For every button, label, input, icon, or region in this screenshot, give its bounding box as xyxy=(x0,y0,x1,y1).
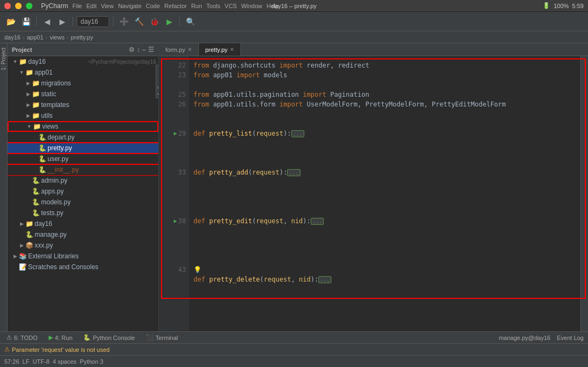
project-label[interactable]: day16 xyxy=(77,16,109,27)
ln-blank1 xyxy=(159,80,189,90)
toolbar-sep-2 xyxy=(72,17,73,26)
project-tab-label[interactable]: 1: Project xyxy=(1,48,6,70)
tree-item-depart[interactable]: 🐍 depart.py xyxy=(8,132,158,143)
bc-views[interactable]: views xyxy=(50,34,65,41)
sidebar-icon-sort[interactable]: ↕ xyxy=(137,46,140,54)
bc-app01[interactable]: app01 xyxy=(27,34,44,41)
icon-day16: 📁 xyxy=(18,58,27,65)
menubar-tools[interactable]: Tools xyxy=(206,3,220,9)
menubar-code[interactable]: Code xyxy=(146,3,160,9)
toolbar-add-btn[interactable]: ➕ xyxy=(117,15,130,28)
sidebar: Project ⚙ ↕ – ☰ ▼ 📁 day16 ~/PycharmProje… xyxy=(8,43,159,331)
arrow-app01: ▼ xyxy=(18,70,25,75)
label-manage: manage.py xyxy=(35,231,158,238)
code-line-blank4 xyxy=(193,138,576,148)
lang-info: Python 3 xyxy=(80,358,103,365)
tree-item-init[interactable]: 🐍 __init__.py xyxy=(8,164,158,175)
label-migrations: migrations xyxy=(41,79,158,87)
code-content[interactable]: from django.shortcuts import render, red… xyxy=(189,56,580,331)
cursor-position: 57:26 xyxy=(4,358,19,365)
run-gutter-icon-38[interactable]: ▶ xyxy=(174,216,177,226)
menubar-view[interactable]: View xyxy=(101,3,114,9)
tree-item-day16[interactable]: ▼ 📁 day16 ~/PycharmProjects/gx/day16 xyxy=(8,56,158,67)
toolbar-open-btn[interactable]: 📂 xyxy=(4,15,17,28)
toolbar-run-btn[interactable]: ▶ xyxy=(163,15,176,28)
menubar-window[interactable]: Window xyxy=(241,3,262,9)
label-app01: app01 xyxy=(35,69,158,76)
ln-blank12 xyxy=(159,236,189,245)
bc-day16[interactable]: day16 xyxy=(4,34,21,41)
toolbar-forward-btn[interactable]: ▶ xyxy=(56,15,69,28)
tab-pretty-close[interactable]: ✕ xyxy=(230,46,234,52)
toolbar-debug-btn[interactable]: 🐞 xyxy=(148,15,161,28)
toolbar-back-btn[interactable]: ◀ xyxy=(41,15,54,28)
menubar-file[interactable]: File xyxy=(72,3,82,9)
menubar-edit[interactable]: Edit xyxy=(86,3,97,9)
bottom-tab-run[interactable]: ▶ 4: Run xyxy=(46,333,75,342)
icon-pretty: 🐍 xyxy=(38,144,46,152)
toolbar-save-btn[interactable]: 💾 xyxy=(19,15,32,28)
icon-models: 🐍 xyxy=(31,198,40,206)
bottom-tab-terminal[interactable]: ⬛ Terminal xyxy=(144,333,181,342)
ln-23: 23 xyxy=(159,70,189,80)
tree-item-admin[interactable]: 🐍 admin.py xyxy=(8,175,158,186)
code-line-blank1 xyxy=(193,80,576,90)
toolbar-search-btn[interactable]: 🔍 xyxy=(184,15,197,28)
menubar-navigate[interactable]: Navigate xyxy=(118,3,141,9)
code-line-23: from app01 import models xyxy=(193,70,576,80)
line-numbers: 22 23 25 26 ▶ 29 33 xyxy=(159,56,189,284)
traffic-light-red[interactable] xyxy=(4,3,11,9)
tree-item-user[interactable]: 🐍 user.py xyxy=(8,154,158,164)
tab-form-close[interactable]: ✕ xyxy=(188,46,192,52)
sidebar-icon-settings[interactable]: ⚙ xyxy=(129,46,135,54)
traffic-light-green[interactable] xyxy=(26,3,32,9)
sidebar-icon-menu[interactable]: ☰ xyxy=(148,46,154,54)
tree-item-migrations[interactable]: ▶ 📁 migrations xyxy=(8,78,158,89)
tree-item-pretty[interactable]: 🐍 pretty.py xyxy=(8,143,158,154)
tree-item-models[interactable]: 🐍 models.py xyxy=(8,197,158,208)
label-views: views xyxy=(42,123,157,130)
tree-item-static[interactable]: ▶ 📁 static xyxy=(8,89,158,99)
code-line-blank8 xyxy=(193,187,576,197)
tree-item-manage[interactable]: 🐍 manage.py xyxy=(8,229,158,240)
sidebar-header: Project ⚙ ↕ – ☰ xyxy=(8,43,158,56)
bottom-event-log[interactable]: Event Log xyxy=(557,335,584,341)
file-tree: ▼ 📁 day16 ~/PycharmProjects/gx/day16 ▼ 📁… xyxy=(8,56,158,272)
bc-pretty[interactable]: pretty.py xyxy=(71,34,93,41)
label-templates: templates xyxy=(41,101,158,109)
scrollbar-minimap[interactable] xyxy=(580,56,588,331)
tree-item-utils[interactable]: ▶ 📁 utils xyxy=(8,110,158,121)
run-gutter-icon-29[interactable]: ▶ xyxy=(174,129,177,138)
ln-26: 26 xyxy=(159,99,189,109)
label-pretty: pretty.py xyxy=(48,144,158,152)
tree-item-templates[interactable]: ▶ 📁 templates xyxy=(8,99,158,110)
traffic-light-yellow[interactable] xyxy=(15,3,22,9)
menubar-vcs[interactable]: VCS xyxy=(225,3,237,9)
tab-form[interactable]: form.py ✕ xyxy=(159,43,199,56)
tree-item-scratches[interactable]: 📝 Scratches and Consoles xyxy=(8,262,158,272)
menubar-run[interactable]: Run xyxy=(191,3,202,9)
ln-blank13 xyxy=(159,245,189,255)
tab-pretty[interactable]: pretty.py ✕ xyxy=(199,43,241,56)
tree-item-apps[interactable]: 🐍 apps.py xyxy=(8,186,158,197)
tree-item-ext-libs[interactable]: ▶ 📚 External Libraries xyxy=(8,251,158,262)
tree-item-app01[interactable]: ▼ 📁 app01 xyxy=(8,67,158,78)
menubar-refactor[interactable]: Refactor xyxy=(164,3,187,9)
arrow-day16-sub: ▶ xyxy=(18,221,25,226)
tree-item-views[interactable]: ▼ 📁 views xyxy=(8,121,158,132)
app-name: PyCharm xyxy=(41,2,68,10)
battery-percent: 100% xyxy=(553,3,569,9)
bottom-tab-todo[interactable]: ⚠ 6: TODO xyxy=(4,333,40,342)
label-utils: utils xyxy=(41,112,158,119)
tree-item-tests[interactable]: 🐍 tests.py xyxy=(8,208,158,218)
sidebar-title: Project xyxy=(12,46,32,53)
tree-item-day16-sub[interactable]: ▶ 📁 day16 xyxy=(8,218,158,229)
ln-blank9 xyxy=(159,197,189,206)
toolbar-build-btn[interactable]: 🔨 xyxy=(132,15,145,28)
tree-item-xxx[interactable]: ▶ 📦 xxx.py xyxy=(8,240,158,251)
code-line-38: def pretty_edit(request, nid):... xyxy=(193,216,576,226)
bottom-tab-python-console[interactable]: 🐍 Python Console xyxy=(81,333,137,342)
arrow-ext-libs: ▶ xyxy=(12,253,18,259)
icon-init: 🐍 xyxy=(38,166,46,174)
sidebar-icon-collapse[interactable]: – xyxy=(142,46,146,54)
